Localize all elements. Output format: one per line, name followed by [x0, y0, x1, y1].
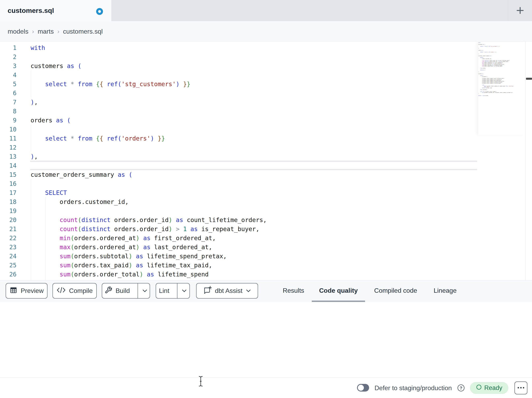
code-line[interactable]: [31, 71, 296, 79]
tab-bar: customers.sql: [0, 0, 532, 21]
code-line[interactable]: orders as (: [31, 116, 296, 125]
code-line[interactable]: with: [31, 43, 296, 52]
line-number: 3: [0, 61, 31, 71]
code-line[interactable]: max(orders.ordered_at) as last_ordered_a…: [31, 243, 296, 252]
code-icon: [57, 287, 66, 295]
lint-dropdown-button[interactable]: [177, 283, 191, 298]
code-line[interactable]: min(orders.ordered_at) as first_ordered_…: [31, 234, 296, 243]
code-line[interactable]: select * from joined: [478, 95, 525, 96]
more-options-button[interactable]: [514, 381, 527, 394]
scrollbar-thumb[interactable]: [526, 78, 532, 80]
line-number: 18: [0, 197, 31, 206]
line-number: 5: [0, 79, 31, 89]
code-line[interactable]: [31, 206, 296, 215]
code-line[interactable]: [31, 107, 296, 116]
line-number-gutter: 1234567891011121314151617181920212223242…: [0, 43, 31, 280]
code-line[interactable]: count(distinct orders.order_id) > 1 as i…: [31, 224, 296, 234]
dbt-assist-button-label: dbt Assist: [215, 287, 243, 294]
line-number: 20: [0, 215, 31, 224]
line-number: 13: [0, 152, 31, 161]
plus-icon: [515, 6, 525, 16]
status-badge-ready: Ready: [470, 382, 508, 394]
wrench-icon: [105, 286, 112, 295]
line-number: 9: [0, 116, 31, 125]
defer-toggle[interactable]: [357, 384, 369, 391]
compile-button-label: Compile: [69, 287, 93, 294]
code-line[interactable]: sum(orders.order_total) as lifetime_spen…: [31, 270, 296, 279]
minimap[interactable]: withcustomers as ( select * from {{ ref(…: [478, 42, 525, 135]
line-number: 14: [0, 161, 31, 170]
code-line[interactable]: select * from {{ ref('stg_customers') }}: [31, 79, 296, 89]
tab-results[interactable]: Results: [282, 281, 305, 300]
lint-button[interactable]: Lint: [154, 283, 174, 298]
breadcrumb-marts[interactable]: marts: [38, 28, 54, 35]
code-line[interactable]: SELECT: [31, 188, 296, 197]
tab-compiled-code[interactable]: Compiled code: [373, 281, 418, 300]
tab-code-quality[interactable]: Code quality: [319, 281, 358, 300]
compile-button[interactable]: Compile: [52, 283, 97, 299]
line-number: 6: [0, 89, 31, 98]
code-line[interactable]: customer_orders_summary as (: [31, 170, 296, 179]
question-circle-icon[interactable]: ?: [457, 384, 465, 393]
line-number: 24: [0, 252, 31, 261]
code-line[interactable]: [31, 179, 296, 188]
build-button-label: Build: [115, 287, 130, 294]
tab-customers-sql[interactable]: customers.sql: [0, 0, 112, 21]
build-dropdown-button[interactable]: [138, 283, 152, 298]
code-line[interactable]: ),: [31, 98, 296, 107]
line-number: 21: [0, 224, 31, 234]
dbt-assist-button[interactable]: dbt Assist: [196, 283, 258, 299]
lint-split-button: Lint: [156, 283, 190, 299]
breadcrumb-separator: ›: [32, 28, 34, 35]
lint-button-label: Lint: [159, 287, 169, 294]
build-button[interactable]: Build: [100, 283, 134, 298]
code-line[interactable]: ),: [31, 152, 296, 161]
tab-lineage[interactable]: Lineage: [433, 281, 457, 300]
defer-label: Defer to staging/production: [374, 378, 452, 398]
line-number: 19: [0, 206, 31, 215]
code-line[interactable]: orders.customer_id,: [31, 197, 296, 206]
code-line[interactable]: [31, 125, 296, 134]
line-number: 7: [0, 98, 31, 107]
breadcrumb: models › marts › customers.sql: [8, 21, 103, 42]
code-line[interactable]: [31, 52, 296, 61]
line-number: 25: [0, 261, 31, 270]
code-line[interactable]: [31, 89, 296, 98]
line-number: 8: [0, 107, 31, 116]
table-icon: [9, 286, 18, 296]
ellipsis-icon: [517, 386, 525, 390]
line-number: 27: [0, 279, 31, 280]
new-tab-button[interactable]: [514, 6, 526, 16]
chevron-down-icon: [246, 287, 251, 294]
status-bar: Defer to staging/production ? Ready: [0, 378, 532, 398]
line-number: 17: [0, 188, 31, 197]
code-line[interactable]: [31, 143, 296, 152]
preview-button-label: Preview: [21, 287, 44, 294]
line-number: 26: [0, 270, 31, 279]
code-quality-panel: There is nothing here Press the Lint or …: [0, 302, 532, 378]
code-line[interactable]: customers as (: [31, 61, 296, 71]
code-content[interactable]: withcustomers as ( select * from {{ ref(…: [31, 43, 296, 280]
line-number: 12: [0, 143, 31, 152]
preview-button[interactable]: Preview: [6, 283, 47, 299]
code-line[interactable]: count(distinct orders.order_id) as count…: [31, 215, 296, 224]
file-header-row: models › marts › customers.sql Save: [0, 21, 532, 42]
editor-toolbar: Preview Compile Build Lint: [0, 280, 532, 302]
breadcrumb-models[interactable]: models: [8, 28, 28, 35]
chevron-down-icon: [181, 287, 187, 294]
line-number: 10: [0, 125, 31, 134]
code-line[interactable]: sum(orders.subtotal) as lifetime_spend_p…: [31, 252, 296, 261]
toggle-knob: [358, 385, 364, 391]
line-number: 22: [0, 234, 31, 243]
line-number: 4: [0, 71, 31, 79]
code-line[interactable]: [31, 161, 296, 170]
code-line[interactable]: [31, 279, 296, 280]
line-number: 23: [0, 243, 31, 252]
code-line[interactable]: select * from {{ ref('orders') }}: [31, 134, 296, 143]
ready-ring-icon: [476, 384, 482, 391]
line-number: 1: [0, 43, 31, 52]
chat-sparkle-icon: [203, 286, 212, 296]
code-line[interactable]: sum(orders.tax_paid) as lifetime_tax_pai…: [31, 261, 296, 270]
breadcrumb-file[interactable]: customers.sql: [63, 28, 103, 35]
code-editor[interactable]: 1234567891011121314151617181920212223242…: [0, 42, 532, 280]
